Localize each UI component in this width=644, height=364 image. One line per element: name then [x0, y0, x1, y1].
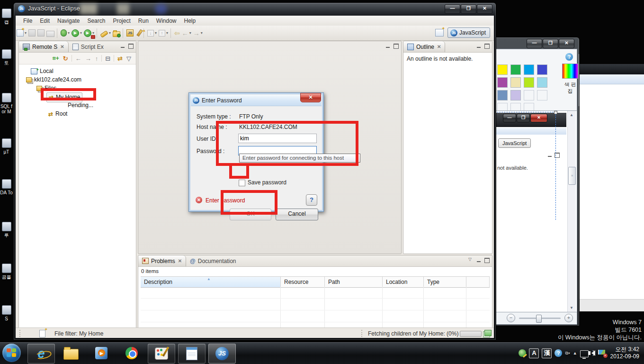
new-connection-icon[interactable]: ⌗+: [53, 55, 59, 62]
desktop-icon[interactable]: 토: [0, 49, 13, 65]
external-tools-button[interactable]: ▶▾: [84, 28, 94, 38]
refresh-icon[interactable]: ↻: [63, 55, 68, 62]
javascript-perspective-button[interactable]: JS JavaScript: [447, 27, 490, 38]
column-path[interactable]: Path: [325, 277, 383, 287]
show-hidden-icons[interactable]: ▲: [573, 351, 577, 355]
minimize-view-icon[interactable]: [385, 44, 391, 48]
color-swatch[interactable]: [497, 77, 508, 88]
taskbar-chrome[interactable]: [118, 344, 145, 363]
eclipse-close-button[interactable]: ✕: [477, 4, 492, 14]
column-resource[interactable]: Resource: [281, 277, 325, 287]
zoom-out-button[interactable]: −: [507, 314, 515, 322]
view-menu-icon[interactable]: ▽: [126, 55, 131, 62]
minimize-view-icon[interactable]: [476, 44, 482, 48]
background-jobs-icon[interactable]: [484, 330, 492, 336]
scroll-up-icon[interactable]: ▲: [568, 111, 575, 118]
zoom-slider-thumb[interactable]: [536, 315, 542, 323]
taskbar-internet-explorer[interactable]: e: [27, 344, 55, 364]
save-button[interactable]: [28, 28, 36, 38]
back-button[interactable]: ←▾: [182, 28, 191, 38]
column-type[interactable]: Type: [424, 277, 466, 287]
color-swatch-empty[interactable]: [537, 90, 547, 100]
desktop-icon[interactable]: DA To: [0, 179, 13, 195]
maximize-view-icon[interactable]: [484, 258, 490, 263]
search-toolbar-button[interactable]: ▾: [100, 28, 111, 38]
desktop-icon[interactable]: S: [0, 305, 13, 321]
forward-nav-icon[interactable]: →: [85, 55, 91, 62]
column-description[interactable]: Description: [141, 277, 281, 287]
color-swatch[interactable]: [537, 77, 547, 88]
print-button[interactable]: [46, 28, 54, 38]
paint-close-button[interactable]: ✕: [559, 39, 574, 48]
color-swatch[interactable]: [524, 64, 534, 75]
tab-documentation[interactable]: @ Documentation: [186, 255, 240, 266]
tab-outline[interactable]: Outline ✕: [403, 41, 445, 52]
ime-options-icon[interactable]: ⧉▾: [565, 351, 570, 356]
new-wizard-button[interactable]: ▾: [17, 28, 27, 38]
menu-search[interactable]: Search: [83, 17, 109, 25]
tab-close-icon[interactable]: ✕: [60, 44, 64, 49]
view-menu-icon[interactable]: [468, 258, 474, 263]
column-location[interactable]: Location: [383, 277, 424, 287]
menu-project[interactable]: Project: [109, 17, 134, 25]
desktop-icon[interactable]: 루: [0, 222, 13, 238]
open-resource-button[interactable]: [113, 28, 120, 38]
scroll-down-icon[interactable]: ▼: [568, 304, 575, 311]
maximize-view-icon[interactable]: [128, 44, 134, 48]
menu-edit[interactable]: Edit: [36, 17, 54, 25]
ime-hanja-icon[interactable]: 漢: [542, 348, 552, 358]
eclipse-maximize-button[interactable]: ❒: [461, 4, 476, 14]
forward-button[interactable]: →▾: [193, 28, 203, 38]
run-button[interactable]: ▶▾: [72, 28, 82, 38]
color-swatch[interactable]: [510, 77, 521, 88]
paint-maximize-button[interactable]: ❒: [543, 39, 558, 48]
tab-close-icon[interactable]: ✕: [178, 258, 182, 264]
color-swatch[interactable]: [510, 90, 521, 100]
taskbar-eclipse-javascript[interactable]: JS: [208, 344, 236, 364]
save-password-checkbox[interactable]: [239, 180, 245, 186]
zoom-slider[interactable]: [519, 318, 561, 319]
selection-handle[interactable]: [554, 111, 557, 114]
desktop-icon[interactable]: 곰플: [0, 264, 13, 280]
minimize-view-icon[interactable]: [476, 258, 482, 263]
volume-icon[interactable]: [591, 350, 595, 356]
desktop-icon[interactable]: 캡: [0, 9, 13, 25]
menu-file[interactable]: File: [19, 17, 36, 25]
start-button[interactable]: [2, 344, 21, 362]
menu-navigate[interactable]: Navigate: [54, 17, 83, 25]
last-edit-location-button[interactable]: ⇦: [174, 28, 180, 38]
taskbar-media-player[interactable]: [88, 344, 115, 363]
debug-button[interactable]: ▾: [61, 28, 70, 38]
color-swatch[interactable]: [497, 64, 508, 75]
tree-item-local[interactable]: Local: [19, 67, 136, 75]
color-swatch[interactable]: [497, 90, 508, 100]
save-all-button[interactable]: [37, 28, 45, 38]
taskbar-windows-explorer[interactable]: [58, 344, 84, 363]
tree-item-root[interactable]: ⇄Root: [19, 109, 136, 118]
taskbar-paint[interactable]: [148, 344, 175, 364]
menu-run[interactable]: Run: [134, 17, 152, 25]
paint-minimize-button[interactable]: —: [527, 39, 542, 48]
desktop-icon[interactable]: µT: [0, 138, 13, 155]
ime-latin-icon[interactable]: A: [529, 348, 539, 358]
desktop-icon[interactable]: SQL for M: [0, 93, 13, 114]
menu-window[interactable]: Window: [152, 17, 180, 25]
help-button[interactable]: ?: [306, 194, 317, 206]
tab-remote-systems[interactable]: Remote S ✕: [19, 41, 69, 52]
new-snippet-button[interactable]: [135, 28, 141, 38]
previous-annotation-button[interactable]: ↓▾: [147, 28, 157, 38]
eclipse-minimize-button[interactable]: —: [445, 4, 460, 14]
cancel-button[interactable]: Cancel: [276, 209, 318, 220]
tray-clock[interactable]: 오전 3:42 2012-09-09: [610, 346, 639, 360]
tab-close-icon[interactable]: ✕: [437, 44, 441, 49]
action-center-icon[interactable]: [598, 350, 605, 355]
ime-help-icon[interactable]: ?: [555, 349, 562, 357]
color-swatch[interactable]: [524, 77, 534, 88]
next-annotation-button[interactable]: ↑▾: [159, 28, 168, 38]
link-with-editor-icon[interactable]: ⇄: [117, 55, 123, 62]
color-swatch[interactable]: [537, 64, 547, 75]
menu-help[interactable]: Help: [180, 17, 200, 25]
network-icon[interactable]: [580, 350, 589, 357]
taskbar-notepad[interactable]: [178, 344, 206, 364]
eclipse-titlebar[interactable]: JS JavaScript - Eclipse — ❒ ✕: [14, 3, 496, 15]
